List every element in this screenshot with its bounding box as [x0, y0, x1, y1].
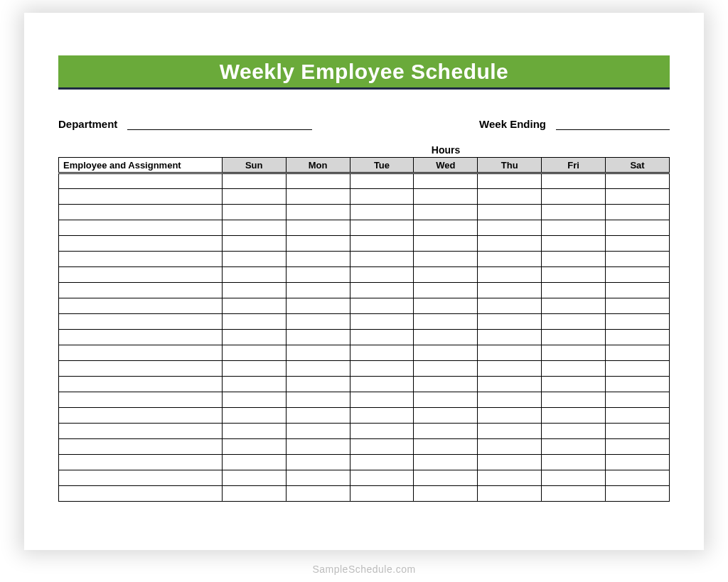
cell-sun[interactable]: [222, 330, 286, 345]
cell-wed[interactable]: [414, 424, 478, 439]
cell-fri[interactable]: [542, 283, 606, 298]
cell-employee[interactable]: [59, 486, 223, 502]
cell-mon[interactable]: [286, 205, 350, 220]
cell-tue[interactable]: [350, 424, 414, 439]
cell-thu[interactable]: [478, 220, 542, 236]
cell-sun[interactable]: [222, 439, 286, 455]
cell-wed[interactable]: [414, 298, 478, 314]
cell-employee[interactable]: [59, 345, 223, 361]
cell-employee[interactable]: [59, 330, 223, 345]
cell-mon[interactable]: [286, 408, 350, 424]
department-input-line[interactable]: [127, 119, 312, 130]
cell-sun[interactable]: [222, 361, 286, 377]
cell-wed[interactable]: [414, 455, 478, 470]
cell-tue[interactable]: [350, 314, 414, 330]
cell-tue[interactable]: [350, 408, 414, 424]
cell-mon[interactable]: [286, 470, 350, 486]
cell-wed[interactable]: [414, 470, 478, 486]
cell-thu[interactable]: [478, 439, 542, 455]
cell-thu[interactable]: [478, 392, 542, 408]
cell-wed[interactable]: [414, 189, 478, 205]
cell-thu[interactable]: [478, 470, 542, 486]
cell-fri[interactable]: [542, 392, 606, 408]
cell-fri[interactable]: [542, 205, 606, 220]
cell-fri[interactable]: [542, 189, 606, 205]
cell-mon[interactable]: [286, 252, 350, 267]
cell-sat[interactable]: [606, 267, 670, 283]
cell-sun[interactable]: [222, 455, 286, 470]
cell-fri[interactable]: [542, 298, 606, 314]
cell-mon[interactable]: [286, 330, 350, 345]
cell-mon[interactable]: [286, 392, 350, 408]
cell-thu[interactable]: [478, 189, 542, 205]
cell-employee[interactable]: [59, 455, 223, 470]
cell-sat[interactable]: [606, 392, 670, 408]
cell-thu[interactable]: [478, 173, 542, 189]
cell-tue[interactable]: [350, 283, 414, 298]
cell-wed[interactable]: [414, 377, 478, 392]
cell-tue[interactable]: [350, 486, 414, 502]
cell-sun[interactable]: [222, 298, 286, 314]
cell-tue[interactable]: [350, 236, 414, 252]
cell-mon[interactable]: [286, 486, 350, 502]
cell-employee[interactable]: [59, 424, 223, 439]
cell-sat[interactable]: [606, 314, 670, 330]
cell-fri[interactable]: [542, 361, 606, 377]
cell-sat[interactable]: [606, 361, 670, 377]
cell-wed[interactable]: [414, 408, 478, 424]
cell-wed[interactable]: [414, 486, 478, 502]
cell-thu[interactable]: [478, 205, 542, 220]
cell-sun[interactable]: [222, 424, 286, 439]
cell-sun[interactable]: [222, 486, 286, 502]
cell-wed[interactable]: [414, 330, 478, 345]
cell-fri[interactable]: [542, 345, 606, 361]
cell-employee[interactable]: [59, 205, 223, 220]
cell-mon[interactable]: [286, 424, 350, 439]
cell-wed[interactable]: [414, 392, 478, 408]
cell-thu[interactable]: [478, 330, 542, 345]
cell-tue[interactable]: [350, 455, 414, 470]
cell-mon[interactable]: [286, 283, 350, 298]
cell-sat[interactable]: [606, 252, 670, 267]
cell-wed[interactable]: [414, 252, 478, 267]
cell-mon[interactable]: [286, 220, 350, 236]
cell-sat[interactable]: [606, 220, 670, 236]
cell-fri[interactable]: [542, 330, 606, 345]
cell-tue[interactable]: [350, 267, 414, 283]
cell-thu[interactable]: [478, 361, 542, 377]
cell-fri[interactable]: [542, 220, 606, 236]
cell-employee[interactable]: [59, 283, 223, 298]
cell-tue[interactable]: [350, 220, 414, 236]
cell-sun[interactable]: [222, 314, 286, 330]
cell-sat[interactable]: [606, 455, 670, 470]
cell-sat[interactable]: [606, 408, 670, 424]
cell-sun[interactable]: [222, 392, 286, 408]
cell-thu[interactable]: [478, 314, 542, 330]
cell-tue[interactable]: [350, 298, 414, 314]
cell-sun[interactable]: [222, 283, 286, 298]
cell-sun[interactable]: [222, 205, 286, 220]
cell-wed[interactable]: [414, 236, 478, 252]
cell-wed[interactable]: [414, 314, 478, 330]
cell-fri[interactable]: [542, 267, 606, 283]
cell-mon[interactable]: [286, 298, 350, 314]
cell-sat[interactable]: [606, 377, 670, 392]
cell-sat[interactable]: [606, 470, 670, 486]
cell-tue[interactable]: [350, 470, 414, 486]
cell-wed[interactable]: [414, 361, 478, 377]
cell-wed[interactable]: [414, 439, 478, 455]
cell-thu[interactable]: [478, 298, 542, 314]
cell-fri[interactable]: [542, 439, 606, 455]
cell-mon[interactable]: [286, 236, 350, 252]
cell-thu[interactable]: [478, 283, 542, 298]
cell-sun[interactable]: [222, 236, 286, 252]
cell-tue[interactable]: [350, 205, 414, 220]
cell-tue[interactable]: [350, 252, 414, 267]
cell-wed[interactable]: [414, 345, 478, 361]
cell-mon[interactable]: [286, 314, 350, 330]
cell-fri[interactable]: [542, 424, 606, 439]
cell-sun[interactable]: [222, 173, 286, 189]
cell-fri[interactable]: [542, 377, 606, 392]
cell-employee[interactable]: [59, 252, 223, 267]
cell-employee[interactable]: [59, 220, 223, 236]
